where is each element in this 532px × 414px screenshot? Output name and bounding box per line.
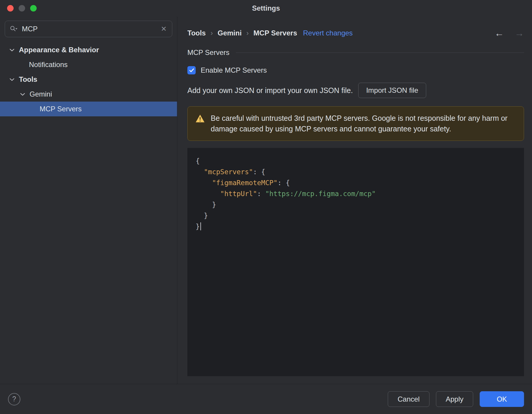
chevron-down-icon[interactable]: [8, 78, 15, 81]
text-cursor: [200, 222, 201, 230]
search-input[interactable]: [21, 25, 157, 33]
code-line: }: [196, 221, 516, 232]
section-header: MCP Servers: [187, 48, 524, 57]
tree-item-appearance-behavior[interactable]: Appearance & Behavior: [0, 43, 177, 57]
breadcrumb-separator: ›: [246, 29, 249, 37]
history-arrows: ← →: [494, 28, 524, 38]
chevron-down-icon[interactable]: [8, 48, 15, 52]
breadcrumb: Tools›Gemini›MCP Servers: [187, 29, 297, 37]
breadcrumb-row: Tools›Gemini›MCP Servers Revert changes …: [187, 28, 524, 38]
tree-item-notifications[interactable]: Notifications: [0, 57, 177, 72]
warning-text: Be careful with untrusted 3rd party MCP …: [211, 113, 516, 134]
window-controls: [7, 5, 37, 12]
code-line: }: [196, 210, 516, 221]
title-bar: Settings: [0, 0, 532, 17]
settings-search[interactable]: ✕: [5, 21, 172, 37]
warning-banner: Be careful with untrusted 3rd party MCP …: [187, 106, 524, 141]
dialog-footer: ? Cancel Apply OK: [0, 384, 532, 414]
mcp-servers-panel: Tools›Gemini›MCP Servers Revert changes …: [178, 17, 532, 384]
settings-sidebar: ✕ Appearance & BehaviorNotificationsTool…: [0, 17, 177, 384]
checkmark-icon: [189, 68, 194, 72]
close-window-button[interactable]: [7, 5, 14, 12]
import-json-button[interactable]: Import JSON file: [358, 83, 426, 98]
tree-item-label: Gemini: [30, 90, 52, 98]
add-json-text: Add your own JSON or import your own JSO…: [187, 86, 353, 95]
chevron-down-icon[interactable]: [19, 93, 26, 96]
add-json-row: Add your own JSON or import your own JSO…: [187, 83, 524, 98]
settings-tree: Appearance & BehaviorNotificationsToolsG…: [0, 43, 177, 116]
revert-changes-link[interactable]: Revert changes: [303, 29, 353, 37]
help-icon[interactable]: ?: [8, 393, 20, 405]
back-arrow-icon[interactable]: ←: [494, 28, 504, 38]
minimize-window-button[interactable]: [19, 5, 25, 12]
search-icon: [10, 25, 18, 32]
code-line: {: [196, 156, 516, 167]
tree-item-label: Notifications: [29, 61, 68, 69]
ok-button[interactable]: OK: [480, 391, 524, 407]
code-line: "mcpServers": {: [196, 167, 516, 177]
code-line: }: [196, 199, 516, 210]
tree-item-tools[interactable]: Tools: [0, 72, 177, 87]
section-title: MCP Servers: [187, 48, 229, 57]
json-editor[interactable]: { "mcpServers": { "figmaRemoteMCP": { "h…: [187, 148, 524, 376]
enable-mcp-label: Enable MCP Servers: [201, 66, 267, 74]
tree-item-label: Appearance & Behavior: [19, 46, 99, 54]
tree-item-label: MCP Servers: [40, 105, 82, 113]
breadcrumb-mcp-servers[interactable]: MCP Servers: [254, 29, 297, 37]
breadcrumb-separator: ›: [210, 29, 213, 37]
window-title: Settings: [252, 4, 280, 12]
section-divider: [236, 53, 524, 53]
code-line: "figmaRemoteMCP": {: [196, 177, 516, 188]
breadcrumb-tools[interactable]: Tools: [187, 29, 206, 37]
breadcrumb-gemini[interactable]: Gemini: [218, 29, 241, 37]
tree-item-gemini[interactable]: Gemini: [0, 87, 177, 102]
warning-icon: [195, 114, 205, 134]
clear-search-icon[interactable]: ✕: [160, 25, 167, 32]
cancel-button[interactable]: Cancel: [388, 391, 429, 407]
tree-item-mcp-servers[interactable]: MCP Servers: [0, 102, 177, 116]
enable-mcp-row: Enable MCP Servers: [187, 66, 524, 74]
tree-item-label: Tools: [19, 75, 37, 84]
forward-arrow-icon[interactable]: →: [515, 28, 524, 38]
zoom-window-button[interactable]: [30, 5, 37, 12]
enable-mcp-checkbox[interactable]: [187, 66, 196, 74]
apply-button[interactable]: Apply: [436, 391, 473, 407]
code-line: "httpUrl": "https://mcp.figma.com/mcp": [196, 188, 516, 199]
